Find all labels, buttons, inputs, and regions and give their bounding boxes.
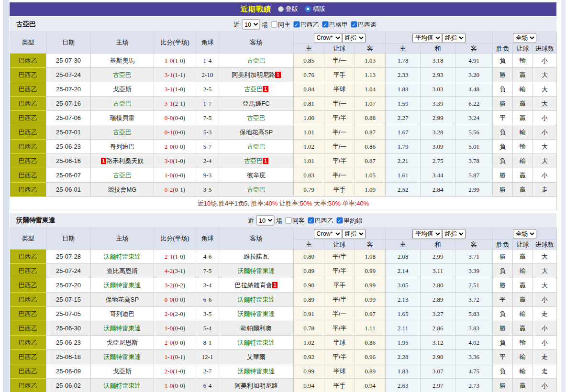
radio-icon [278,6,284,12]
score-cell: 0-0(0-0) [154,111,196,125]
scope-select[interactable]: 全场 [513,33,536,43]
fulltime-score: 0-0 [165,296,173,303]
score-cell: 2-0(2-0) [154,307,196,321]
home-team-cell: 沃爾特雷東達 [91,321,154,336]
date-cell: 25-07-01 [46,125,91,140]
match-row: 巴西乙25-07-30基斯奧馬1-0(1-0)1-4古亞巴0.85半/一1.03… [10,54,557,68]
scope-select[interactable]: 全场 [513,229,536,239]
league-checkbox-2[interactable]: ✓ [351,22,357,28]
league-checkbox-1[interactable]: ✓ [322,22,328,28]
fulltime-score: 2-0 [165,339,173,346]
score-cell: 2-0(1-0) [154,364,196,379]
column-header: 比分(半场) [154,32,196,54]
match-row: 巴西乙25-06-23哥列迪巴2-0(0-0)5-7古亞巴1.02半/一0.86… [10,140,557,154]
odds-column-header: 进球数 [533,44,557,54]
handicap-odds-cell: 1.08 [355,250,386,264]
layout-radio-option[interactable]: 橫版 [305,5,325,13]
away-team-cell: 古亞巴 [219,111,294,125]
away-team-name: 沃爾特雷東達 [238,368,275,375]
europe-odds-cell: 3.44 [421,168,455,183]
result-cell: 贏 [513,68,533,82]
result-cell: 大 [533,97,557,111]
layout-radio-option[interactable]: 疊版 [278,5,298,13]
average-final-select[interactable]: 终指 [442,229,466,239]
home-team-name: 沃爾特雷東達 [104,253,141,260]
date-cell: 25-06-16 [46,154,91,168]
match-row: 巴西乙25-07-24查比高恩斯4-2(3-1)7-5沃爾特雷東達0.89平/半… [10,264,557,278]
away-team-cell: 古亞巴 [219,183,294,197]
result-cell: 大 [533,250,557,264]
match-row: 巴西乙25-06-23戈亞尼恩斯2-0(0-0)8-1沃爾特雷東達1.02半球0… [10,336,557,350]
recent-count-select[interactable]: 10 [256,216,274,226]
date-cell: 25-07-16 [46,97,91,111]
layout-radio-group: 疊版橫版 [271,5,325,14]
league-cell: 巴西乙 [10,350,46,364]
europe-odds-cell: 5.87 [455,168,493,183]
result-cell: 走 [533,364,557,379]
odds-column-header: 胜负 [493,240,513,250]
handicap-odds-cell: 半球 [324,364,355,379]
same-venue-checkbox[interactable] [271,22,277,28]
league-checkbox-0[interactable]: ✓ [293,22,300,28]
odds-column-header: 客 [355,44,386,54]
date-cell: 25-06-02 [46,379,91,392]
date-cell: 25-06-23 [46,336,91,350]
league-cell: 巴西乙 [10,364,46,379]
bookmaker-select[interactable]: Crow* [314,229,342,239]
same-venue-checkbox[interactable] [285,218,291,224]
date-cell: 25-06-09 [46,364,91,379]
result-cell: 小 [533,336,557,350]
bookmaker-select[interactable]: Crow* [314,33,342,43]
league-cell: 巴西乙 [10,379,46,392]
europe-odds-cell: 1.79 [386,140,421,154]
europe-odds-cell: 3.03 [421,82,455,97]
average-select[interactable]: 平均值 [412,33,442,43]
league-checkbox-1[interactable]: ✓ [336,218,343,224]
league-checkbox-0[interactable]: ✓ [308,218,314,224]
league-checkbox-label-2: 巴西盃 [358,20,377,29]
summary-row: 近10场,胜4平1负5, 胜率:40% 让胜率:50% 大率:50% 单率:40… [10,197,557,210]
team-name-heading: 沃爾特雷東達 [16,216,55,225]
recent-count-select[interactable]: 10 [242,20,260,30]
league-cell: 巴西乙 [10,168,46,183]
average-final-select[interactable]: 终指 [442,33,466,43]
match-row: 巴西乙25-07-20沃爾特雷東達3-2(0-2)3-4巴拉納體育會10.90平… [10,278,557,293]
result-cell: 勝 [493,379,513,392]
league-cell: 巴西乙 [10,54,46,68]
europe-odds-cell: 1.95 [386,336,421,350]
handicap-odds-cell: 1.04 [355,82,386,97]
bookmaker-final-select[interactable]: 终指 [342,33,366,43]
fulltime-score: 3-1 [165,86,173,93]
odds-column-header: 客 [455,44,493,54]
bookmaker-final-select[interactable]: 终指 [342,229,366,239]
score-cell: 3-1(1-0) [154,82,196,97]
home-team-name: 古亞巴 [113,129,132,136]
odds-column-header: 让球 [513,240,533,250]
section-header-bar: 沃爾特雷東達 近10場同客✓巴西乙✓里約錦 [10,213,556,228]
handicap-odds-cell: 0.89 [355,364,386,379]
same-venue-label: 同客 [292,216,305,225]
odds-column-header: 胜负 [493,44,513,54]
handicap-odds-cell: 0.94 [355,379,386,392]
handicap-odds-cell: 1.07 [355,97,386,111]
home-team-name: 基斯奧馬 [110,57,135,64]
date-cell: 25-07-24 [46,264,91,278]
handicap-odds-cell: 平手 [324,183,355,197]
match-row: 巴西乙25-06-161路禾利桑天奴3-0(1-0)2-4古亞巴11.01平/半… [10,154,557,168]
odds-column-header: 进球数 [533,240,557,250]
average-select[interactable]: 平均值 [412,229,442,239]
handicap-odds-cell: 0.81 [294,97,324,111]
europe-odds-cell: 4.48 [455,82,493,97]
fulltime-score: 1-0 [165,57,173,64]
away-team-name: 古亞巴 [244,86,263,93]
home-team-cell: 戈亞斯 [91,82,154,97]
handicap-odds-cell: 0.86 [355,140,386,154]
europe-odds-cell: 3.09 [421,140,455,154]
halftime-score: (0-0) [173,339,185,346]
summary-text: 近10场,胜4平1负5, 胜率:40% 让胜率:50% 大率:50% 单率:40… [10,197,557,210]
handicap-odds-cell: 半/一 [324,168,355,183]
europe-odds-cell: 1.65 [386,307,421,321]
recent-label: 近 [248,216,254,225]
column-header: 类型 [10,228,46,250]
corner-cell: 6-6 [196,293,219,307]
